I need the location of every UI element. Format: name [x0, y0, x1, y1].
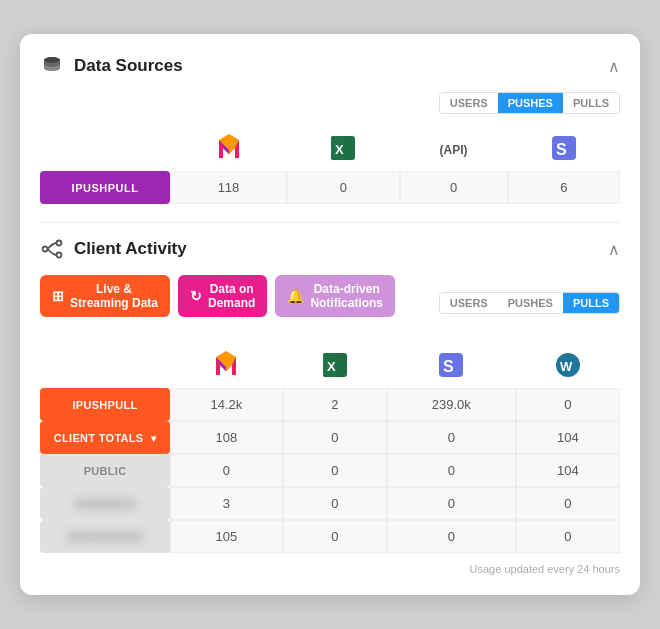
ds-val-0: 118 — [170, 171, 287, 204]
ca-row-public: PUBLIC 0 0 0 104 — [40, 454, 620, 487]
ca-row-public-val0: 0 — [170, 454, 283, 487]
filter-demand-label: Data onDemand — [208, 282, 255, 310]
filter-notifications[interactable]: 🔔 Data-drivenNotifications — [275, 275, 395, 317]
section-divider — [40, 222, 620, 223]
ca-row-client-totals-val1: 0 — [283, 421, 387, 454]
ca-row-blurred2-label: XXXXXXXXXX — [40, 520, 170, 553]
ds-logo-stripe: S — [508, 124, 621, 171]
ds-title-group: Data Sources — [40, 54, 183, 78]
ca-row-ipushpull-val1: 2 — [283, 388, 387, 421]
filter-streaming-label: Live &Streaming Data — [70, 282, 158, 310]
ds-table: X (API) S — [40, 124, 620, 204]
ca-title: Client Activity — [74, 239, 187, 259]
ca-row-ipushpull-label: IPUSHPULL — [40, 388, 170, 421]
ca-row-blurred1-label: XXXXXXXX — [40, 487, 170, 520]
ds-row-label: IPUSHPULL — [40, 171, 170, 204]
database-icon — [40, 54, 64, 78]
activity-icon — [40, 237, 64, 261]
svg-text:S: S — [443, 358, 454, 375]
ds-toggle-group: USERS PUSHES PULLS — [439, 92, 620, 114]
ca-row-blurred1-val0: 3 — [170, 487, 283, 520]
ca-row-client-totals-val2: 0 — [387, 421, 516, 454]
ca-row-public-label: PUBLIC — [40, 454, 170, 487]
ca-row-blurred2-val1: 0 — [283, 520, 387, 553]
ca-toggle-group: USERS PUSHES PULLS — [439, 292, 620, 314]
refresh-icon: ↻ — [190, 288, 202, 304]
ca-table: X S W — [40, 345, 620, 553]
ca-row-client-totals: CLIENT TOTALS ▾ 108 0 0 104 — [40, 421, 620, 454]
svg-point-12 — [57, 241, 62, 246]
ca-row-client-totals-val0: 108 — [170, 421, 283, 454]
ca-row-ipushpull-val3: 0 — [516, 388, 620, 421]
ca-row-blurred2: XXXXXXXXXX 105 0 0 0 — [40, 520, 620, 553]
ds-row-ipushpull: IPUSHPULL 118 0 0 6 — [40, 171, 620, 204]
svg-point-11 — [43, 247, 48, 252]
ca-row-public-val2: 0 — [387, 454, 516, 487]
ds-val-2: 0 — [400, 171, 508, 204]
ds-toggle-pulls[interactable]: PULLS — [563, 93, 619, 113]
ca-row-public-val1: 0 — [283, 454, 387, 487]
ca-toggle-pulls[interactable]: PULLS — [563, 293, 619, 313]
ca-row-blurred1-val2: 0 — [387, 487, 516, 520]
ca-filter-tabs: ⊞ Live &Streaming Data ↻ Data onDemand 🔔… — [40, 275, 395, 317]
svg-text:X: X — [327, 359, 336, 374]
ca-logo-stripe: S — [387, 345, 516, 388]
ca-toggle-users[interactable]: USERS — [440, 293, 498, 313]
client-activity-section: Client Activity ∧ ⊞ Live &Streaming Data… — [40, 237, 620, 575]
ds-val-1: 0 — [287, 171, 400, 204]
ca-row-blurred1-val1: 0 — [283, 487, 387, 520]
ca-row-blurred2-val2: 0 — [387, 520, 516, 553]
footer-text: Usage updated every 24 hours — [40, 563, 620, 575]
svg-text:W: W — [560, 359, 573, 374]
ca-row-client-totals-val3: 104 — [516, 421, 620, 454]
ds-toggle-users[interactable]: USERS — [440, 93, 498, 113]
ds-title: Data Sources — [74, 56, 183, 76]
ca-row-blurred2-val3: 0 — [516, 520, 620, 553]
svg-text:S: S — [556, 141, 567, 158]
bell-icon: 🔔 — [287, 288, 304, 304]
ca-header: Client Activity ∧ — [40, 237, 620, 261]
ca-logo-ipushpull — [170, 345, 283, 388]
ca-row-blurred2-val0: 105 — [170, 520, 283, 553]
data-sources-section: Data Sources ∧ USERS PUSHES PULLS — [40, 54, 620, 204]
ds-logo-api: (API) — [400, 124, 508, 171]
ca-row-blurred1: XXXXXXXX 3 0 0 0 — [40, 487, 620, 520]
main-card: Data Sources ∧ USERS PUSHES PULLS — [20, 34, 640, 595]
ca-row-ipushpull-val0: 14.2k — [170, 388, 283, 421]
ds-logo-ipushpull — [170, 124, 287, 171]
ca-row-public-val3: 104 — [516, 454, 620, 487]
filter-notifications-label: Data-drivenNotifications — [310, 282, 383, 310]
ds-toggle-pushes[interactable]: PUSHES — [498, 93, 563, 113]
ca-row-client-totals-label[interactable]: CLIENT TOTALS ▾ — [40, 421, 170, 454]
ca-toggle-pushes[interactable]: PUSHES — [498, 293, 563, 313]
ds-val-3: 6 — [508, 171, 621, 204]
grid-icon: ⊞ — [52, 288, 64, 304]
ds-logo-excel: X — [287, 124, 400, 171]
ca-row-blurred1-val3: 0 — [516, 487, 620, 520]
ca-logo-excel: X — [283, 345, 387, 388]
ca-title-group: Client Activity — [40, 237, 187, 261]
ca-collapse-icon[interactable]: ∧ — [608, 240, 620, 259]
svg-text:X: X — [335, 142, 344, 157]
svg-point-1 — [44, 57, 60, 63]
filter-streaming[interactable]: ⊞ Live &Streaming Data — [40, 275, 170, 317]
ca-logo-wordpress: W — [516, 345, 620, 388]
client-totals-chevron: ▾ — [151, 433, 156, 444]
svg-point-13 — [57, 253, 62, 258]
ds-header: Data Sources ∧ — [40, 54, 620, 78]
ds-collapse-icon[interactable]: ∧ — [608, 57, 620, 76]
ca-row-ipushpull-val2: 239.0k — [387, 388, 516, 421]
filter-demand[interactable]: ↻ Data onDemand — [178, 275, 267, 317]
ca-row-ipushpull: IPUSHPULL 14.2k 2 239.0k 0 — [40, 388, 620, 421]
